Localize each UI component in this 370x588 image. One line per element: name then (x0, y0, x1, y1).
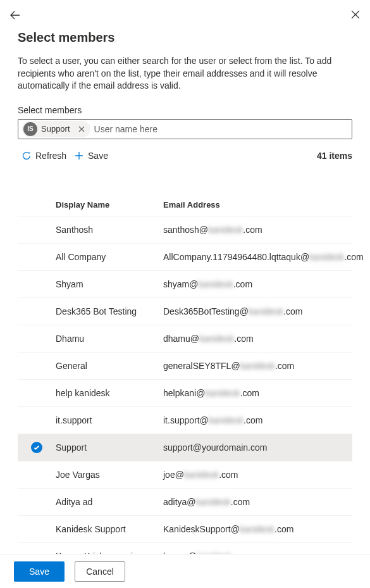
item-count: 41 items (317, 151, 352, 161)
refresh-button[interactable]: Refresh (18, 148, 70, 163)
table-row[interactable]: Shyamshyam@kanidesk.com (18, 270, 352, 297)
picker-label: Select members (18, 105, 352, 115)
footer-save-button[interactable]: Save (14, 561, 65, 582)
page-description: To select a user, you can either search … (18, 55, 352, 92)
row-display-name: help kanidesk (56, 388, 163, 398)
check-icon (31, 442, 42, 453)
row-email: support@yourdomain.com (163, 442, 352, 453)
table-row[interactable]: Santhoshsanthosh@kanidesk.com (18, 216, 352, 243)
member-picker[interactable]: IS Support (18, 119, 352, 139)
table-row[interactable]: Aditya adaditya@kanidesk.com (18, 488, 352, 515)
row-email: helpkani@kanidesk.com (163, 388, 352, 398)
table-row[interactable]: Dhamudhamu@kanidesk.com (18, 325, 352, 352)
refresh-icon (22, 151, 32, 161)
column-header-email[interactable]: Email Address (163, 200, 352, 210)
row-display-name: Dhamu (56, 334, 163, 344)
row-email: generalSEY8TFL@kanidesk.com (163, 361, 352, 371)
row-display-name: Santhosh (56, 225, 163, 235)
table-row[interactable]: Kanidesk SupportKanideskSupport@kanidesk… (18, 515, 352, 542)
table-row[interactable]: Joe Vargasjoe@kanidesk.com (18, 461, 352, 488)
row-display-name: Joe Vargas (56, 470, 163, 480)
row-display-name: All Company (56, 252, 163, 262)
table-row[interactable]: Desk365 Bot TestingDesk365BotTesting@kan… (18, 297, 352, 325)
table-row[interactable]: GeneralgeneralSEY8TFL@kanidesk.com (18, 352, 352, 379)
footer-cancel-button[interactable]: Cancel (75, 561, 125, 582)
avatar: IS (23, 122, 37, 136)
save-button[interactable]: Save (70, 148, 112, 163)
row-email: shyam@kanidesk.com (163, 279, 352, 289)
row-display-name: General (56, 361, 163, 371)
table-row[interactable]: it.supportit.support@kanidesk.com (18, 406, 352, 434)
footer: Save Cancel (0, 554, 370, 588)
table-row[interactable]: All CompanyAllCompany.11794964480.lqttaq… (18, 243, 352, 270)
row-email: KanideskSupport@kanidesk.com (163, 524, 352, 534)
search-input[interactable] (94, 124, 348, 134)
table-row[interactable]: Supportsupport@yourdomain.com (18, 434, 352, 461)
chip-label: Support (41, 124, 71, 134)
row-email: Desk365BotTesting@kanidesk.com (163, 306, 352, 316)
row-display-name: Shyam (56, 279, 163, 289)
column-header-name[interactable]: Display Name (56, 200, 163, 210)
plus-icon (74, 151, 84, 161)
row-email: dhamu@kanidesk.com (163, 334, 352, 344)
page-title: Select members (18, 30, 352, 45)
close-icon[interactable] (351, 10, 360, 20)
selected-chip[interactable]: IS Support (22, 121, 90, 137)
row-email: AllCompany.11794964480.lqttaquk@kanidesk… (163, 252, 364, 262)
row-email: santhosh@kanidesk.com (163, 225, 352, 235)
row-display-name: Aditya ad (56, 497, 163, 507)
row-display-name: Support (56, 442, 163, 453)
chip-remove-icon[interactable] (75, 123, 88, 135)
members-table: Display Name Email Address Santhoshsanth… (18, 194, 352, 570)
back-icon[interactable] (10, 10, 20, 20)
row-display-name: Kanidesk Support (56, 524, 163, 534)
table-row[interactable]: help kanideskhelpkani@kanidesk.com (18, 379, 352, 406)
row-email: joe@kanidesk.com (163, 470, 352, 480)
row-email: aditya@kanidesk.com (163, 497, 352, 507)
save-label: Save (88, 151, 108, 161)
refresh-label: Refresh (35, 151, 66, 161)
row-display-name: it.support (56, 415, 163, 425)
row-email: it.support@kanidesk.com (163, 415, 352, 425)
row-display-name: Desk365 Bot Testing (56, 306, 163, 316)
